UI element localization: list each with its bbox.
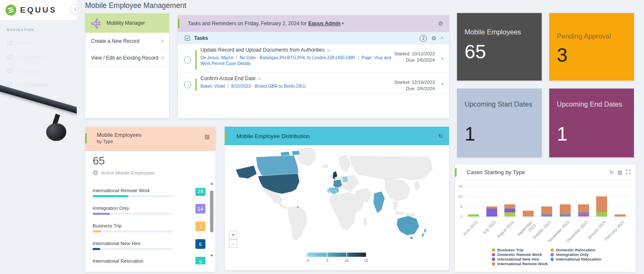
chevron-down-icon[interactable] [327, 48, 330, 51]
legend-dot [551, 248, 554, 252]
y-axis-tick: 0 [457, 214, 462, 219]
bar-segment-international-remote-work[interactable] [615, 214, 626, 217]
task-row[interactable]: → Confirm Actual End Date Baker, Violet|… [178, 76, 449, 94]
by-type-row[interactable]: International Remote Work29 [93, 188, 207, 206]
chevron-right-icon [160, 56, 164, 59]
map-zoom-out-button[interactable]: - [229, 240, 237, 248]
by-type-scrollbar[interactable]: ▲ ▼ [209, 181, 215, 269]
scale-tick: 10 [344, 258, 350, 263]
country-iceland [323, 164, 328, 168]
refresh-icon[interactable]: ↻ [438, 133, 443, 139]
sidebar-item-home[interactable]: Home [0, 36, 77, 50]
kpi-label: Pending Approval [557, 32, 626, 40]
menu-item-create-record[interactable]: Create a New Record [85, 33, 169, 50]
task-employee-link[interactable]: De Jesus, Marco [200, 55, 234, 60]
map-title: Mobile Employee Distribution [236, 133, 310, 139]
scroll-down-icon[interactable]: ▼ [209, 253, 214, 258]
type-bar-fill [93, 213, 110, 215]
task-row[interactable]: → Update Record and Upload Documents fro… [178, 47, 449, 73]
by-type-row[interactable]: International New Hire6 [93, 241, 207, 258]
kpi-upcoming-end-dates[interactable]: Upcoming End Dates 1 [549, 89, 634, 157]
task-assignment-link[interactable]: No Date - Batangas,PH-BTG,PHL to London,… [240, 55, 356, 60]
menu-item-view-edit-record[interactable]: View / Edit an Existing Record [85, 50, 169, 66]
caret-down-icon: ▾ [342, 21, 344, 26]
legend-item[interactable]: International Relocation [551, 257, 601, 261]
bar-segment-international-remote-work[interactable] [596, 196, 607, 212]
type-label: International Relocation [93, 258, 207, 264]
task-expand-caret[interactable]: ▾ [441, 81, 444, 86]
sidebar-item-label: Assignments [17, 54, 47, 60]
legend-item[interactable]: Immigration Only [551, 252, 601, 257]
data-source-icon[interactable]: ▤ [205, 133, 210, 140]
bar-segment-international-remote-work[interactable] [504, 204, 515, 209]
type-label: International Remote Work [93, 188, 207, 193]
bar-segment-international-relocation[interactable] [560, 214, 571, 217]
sidebar-nav: NAVIGATION Home Assignments Company Conf… [0, 20, 77, 91]
legend-dot [492, 248, 495, 252]
gear-icon[interactable]: ⚙ [438, 20, 443, 27]
type-bar-fill [93, 195, 128, 197]
brand-name: EQUUS [20, 5, 57, 15]
bar-segment-domestic-relocation[interactable] [504, 212, 515, 217]
bar-segment-domestic-remote-work[interactable] [578, 214, 589, 217]
legend-item[interactable]: Domestic Remote Work [492, 252, 548, 257]
bar-segment-international-relocation[interactable] [541, 214, 552, 217]
type-count-badge: 5 [195, 257, 205, 264]
region-east-asia [385, 180, 410, 201]
tasks-reminders-header: Tasks and Reminders on Friday, February … [178, 15, 449, 32]
menu-item-label: Create a New Record [91, 38, 139, 44]
dashboard: EQUUS NAVIGATION Home Assignments Compan… [0, 0, 644, 274]
tasks-reminders-title: Tasks and Reminders on Friday, February … [188, 21, 306, 26]
bar-segment-business-trip[interactable] [596, 212, 607, 217]
chart-legend-column: Business TripDomestic Remote WorkInterna… [492, 248, 548, 266]
sidebar-item-assignments[interactable]: Assignments [0, 50, 77, 64]
bar-segment-international-new-hire[interactable] [486, 209, 497, 217]
type-label: International New Hire [93, 241, 207, 246]
sidebar-item-company[interactable]: Company [0, 64, 77, 78]
by-type-title: Mobile Employees [97, 132, 210, 138]
task-employee-link[interactable]: Baker, Violet [200, 84, 225, 89]
bar-segment-international-new-hire[interactable] [504, 209, 515, 213]
by-type-row[interactable]: Business Trip7 [93, 223, 207, 241]
kpi-mobile-employees[interactable]: Mobile Employees 65 [457, 13, 542, 81]
kpi-pending-approval[interactable]: Pending Approval 3 [549, 13, 634, 81]
open-task-icon[interactable]: → [184, 81, 191, 88]
gear-icon[interactable]: ⚙ [431, 35, 436, 42]
task-status-bar [195, 50, 197, 70]
separator: | [358, 55, 359, 60]
mobility-manager-header: Mobility Manager [85, 13, 169, 33]
bar-segment-international-remote-work[interactable] [560, 204, 571, 214]
chevron-up-icon[interactable] [440, 37, 444, 40]
task-expand-caret[interactable]: ▾ [441, 56, 444, 61]
kpi-upcoming-start-dates[interactable]: Upcoming Start Dates 1 [457, 89, 542, 157]
map-color-scale [307, 253, 366, 257]
type-count-badge: 14 [195, 204, 205, 214]
legend-item[interactable]: International Remote Work [492, 261, 548, 266]
map-zoom-in-button[interactable]: + [229, 231, 237, 239]
open-task-icon[interactable]: → [184, 56, 191, 63]
user-selector-link[interactable]: Equus Admin [308, 21, 340, 26]
mobile-employees-by-type-panel: Mobile Employees by Type ▤ 65 Active Mob… [85, 127, 216, 272]
y-axis-tick: 5 [457, 204, 462, 209]
bar-segment-international-remote-work[interactable] [523, 211, 534, 217]
bar-segment-international-remote-work[interactable] [541, 206, 552, 214]
world-map[interactable] [228, 146, 446, 250]
scrollbar-thumb[interactable] [210, 190, 213, 232]
legend-item[interactable]: Domestic Relocation [551, 248, 601, 252]
chevron-down-icon[interactable] [258, 76, 261, 80]
task-title: Update Record and Upload Documents from … [200, 47, 325, 53]
by-type-row[interactable]: International Relocation5 [93, 258, 207, 264]
bar-segment-international-remote-work[interactable] [578, 204, 589, 212]
legend-item[interactable]: International New Hire [492, 257, 548, 261]
task-assignment-link[interactable]: 8/10/2023 - Bristol,GBR to Berlin,DEU [231, 84, 306, 89]
type-count-badge: 7 [195, 222, 205, 231]
bar-segment-international-remote-work[interactable] [486, 206, 497, 209]
by-type-row[interactable]: Immigration Only14 [93, 206, 207, 223]
tasks-count-badge[interactable]: 2 [420, 35, 427, 42]
tasks-reminders-panel: Tasks and Reminders on Friday, February … [178, 15, 449, 118]
bar-segment-international-relocation[interactable] [578, 212, 589, 214]
scroll-up-icon[interactable]: ▲ [209, 181, 214, 185]
bar-segment-business-trip[interactable] [468, 214, 479, 217]
legend-item[interactable]: Business Trip [492, 248, 548, 252]
sidebar-item-configuration[interactable]: Configuration [0, 78, 77, 91]
